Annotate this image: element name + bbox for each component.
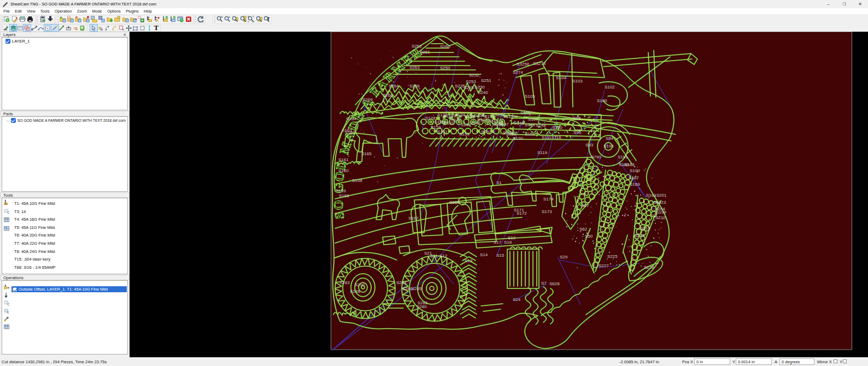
svg-text:S135: S135 bbox=[465, 114, 475, 119]
svg-text:S152: S152 bbox=[481, 129, 491, 134]
svg-text:C: C bbox=[7, 303, 9, 306]
svg-text:S284: S284 bbox=[396, 280, 407, 285]
svg-text:S98: S98 bbox=[573, 116, 581, 121]
svg-text:C: C bbox=[7, 211, 9, 214]
svg-text:S119: S119 bbox=[537, 150, 548, 155]
svg-text:S165: S165 bbox=[361, 151, 372, 156]
svg-text:S261: S261 bbox=[420, 50, 430, 55]
svg-text:S193: S193 bbox=[603, 144, 614, 149]
svg-text:S13: S13 bbox=[465, 258, 473, 263]
svg-text:S280: S280 bbox=[417, 304, 427, 309]
svg-text:S148: S148 bbox=[536, 123, 546, 128]
svg-text:45: 45 bbox=[4, 203, 7, 205]
svg-text:S166: S166 bbox=[339, 193, 349, 198]
svg-text:S1823: S1823 bbox=[653, 200, 666, 205]
svg-text:S158: S158 bbox=[352, 178, 362, 183]
svg-text:S94: S94 bbox=[606, 136, 614, 141]
svg-text:S217: S217 bbox=[635, 233, 645, 238]
svg-text:S3278: S3278 bbox=[533, 61, 546, 66]
svg-text:S27: S27 bbox=[581, 203, 589, 208]
svg-text:S790: S790 bbox=[591, 155, 601, 160]
svg-text:S159: S159 bbox=[336, 188, 346, 193]
svg-text:S93: S93 bbox=[585, 143, 594, 147]
svg-text:S145: S145 bbox=[488, 119, 498, 123]
svg-text:S230: S230 bbox=[474, 85, 485, 90]
svg-text:S1: S1 bbox=[496, 180, 502, 185]
svg-text:S256: S256 bbox=[409, 84, 420, 88]
svg-text:S169: S169 bbox=[630, 182, 640, 187]
svg-text:S189: S189 bbox=[619, 162, 629, 167]
svg-text:S: S bbox=[75, 26, 78, 31]
svg-text:S228: S228 bbox=[644, 265, 654, 270]
svg-text:S269: S269 bbox=[362, 97, 373, 102]
svg-text:S164: S164 bbox=[346, 116, 356, 121]
svg-text:S250: S250 bbox=[440, 66, 450, 70]
svg-text:S102: S102 bbox=[605, 85, 615, 90]
svg-text:S96: S96 bbox=[573, 130, 582, 135]
svg-text:S107: S107 bbox=[528, 117, 538, 122]
svg-text:S146: S146 bbox=[514, 121, 524, 126]
svg-text:S153: S153 bbox=[459, 132, 470, 137]
svg-text:S24: S24 bbox=[513, 297, 521, 302]
svg-text:S215: S215 bbox=[640, 226, 650, 231]
svg-text:S162: S162 bbox=[345, 130, 355, 135]
svg-text:S106: S106 bbox=[520, 110, 531, 115]
svg-text:S263: S263 bbox=[409, 65, 420, 70]
svg-text:S111S116: S111S116 bbox=[542, 135, 561, 140]
svg-text:S260: S260 bbox=[440, 44, 450, 49]
svg-text:S187: S187 bbox=[629, 175, 639, 180]
svg-text:S21: S21 bbox=[424, 251, 432, 256]
svg-text:S100: S100 bbox=[597, 98, 607, 103]
svg-text:S62: S62 bbox=[579, 227, 588, 232]
svg-text:S240: S240 bbox=[478, 90, 488, 95]
svg-text:X: X bbox=[7, 311, 9, 314]
svg-text:S173: S173 bbox=[542, 209, 552, 214]
svg-text:S262: S262 bbox=[412, 44, 422, 49]
svg-text:S120: S120 bbox=[513, 136, 523, 141]
svg-text:S141: S141 bbox=[461, 122, 471, 127]
svg-text:S210: S210 bbox=[655, 215, 666, 220]
svg-text:S274: S274 bbox=[513, 70, 523, 75]
svg-text:S7: S7 bbox=[541, 281, 547, 286]
svg-text:S134: S134 bbox=[455, 113, 465, 117]
svg-text:S103: S103 bbox=[572, 79, 583, 84]
svg-text:S252: S252 bbox=[469, 73, 479, 78]
svg-text:S285: S285 bbox=[412, 286, 422, 291]
svg-text:S150: S150 bbox=[552, 125, 562, 130]
svg-text:S161: S161 bbox=[338, 157, 349, 162]
svg-text:S290: S290 bbox=[355, 282, 365, 287]
svg-text:S151: S151 bbox=[437, 129, 448, 134]
svg-text:S3256: S3256 bbox=[517, 62, 530, 67]
svg-text:S190: S190 bbox=[630, 168, 640, 173]
svg-text:S14: S14 bbox=[480, 252, 488, 257]
svg-text:S283: S283 bbox=[339, 280, 350, 285]
svg-text:S167: S167 bbox=[408, 216, 419, 221]
svg-text:S199: S199 bbox=[656, 210, 666, 215]
svg-text:S266: S266 bbox=[383, 93, 393, 98]
svg-text:S253: S253 bbox=[466, 79, 476, 84]
svg-text:S15: S15 bbox=[496, 253, 505, 258]
svg-text:S29: S29 bbox=[560, 255, 568, 259]
svg-text:S139: S139 bbox=[506, 114, 516, 119]
svg-text:S288: S288 bbox=[350, 289, 360, 294]
svg-text:S140: S140 bbox=[451, 117, 461, 122]
svg-text:S104: S104 bbox=[556, 75, 566, 80]
svg-text:S17: S17 bbox=[494, 240, 502, 245]
svg-text:S255: S255 bbox=[464, 85, 474, 90]
svg-text:S286: S286 bbox=[402, 286, 413, 291]
svg-text:S235: S235 bbox=[455, 84, 465, 88]
svg-text:S147: S147 bbox=[498, 122, 509, 127]
svg-text:S169: S169 bbox=[449, 200, 460, 205]
svg-text:S172: S172 bbox=[517, 211, 527, 216]
svg-text:S128: S128 bbox=[425, 116, 436, 121]
svg-text:S138: S138 bbox=[495, 113, 505, 117]
svg-text:S227: S227 bbox=[599, 263, 609, 268]
svg-text:S105: S105 bbox=[525, 94, 535, 99]
svg-text:S251: S251 bbox=[481, 78, 491, 83]
svg-text:S12: S12 bbox=[439, 253, 448, 258]
svg-text:S160: S160 bbox=[338, 168, 349, 173]
svg-text:S174: S174 bbox=[543, 197, 554, 202]
svg-text:S264: S264 bbox=[389, 84, 399, 88]
svg-text:S50: S50 bbox=[585, 234, 593, 239]
svg-text:S181S201: S181S201 bbox=[646, 193, 667, 198]
